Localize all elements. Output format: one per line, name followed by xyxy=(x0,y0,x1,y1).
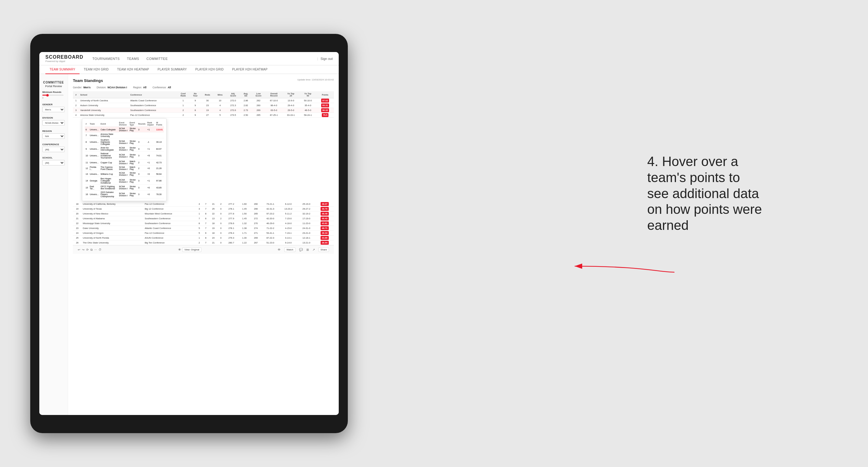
table-row-highlighted[interactable]: 3 Vanderbilt University Southeastern Con… xyxy=(73,108,334,113)
sidebar: Committee Portal Review Minimum Rounds 0 xyxy=(39,74,68,415)
sub-nav: TEAM SUMMARY TEAM H2H GRID TEAM H2H HEAT… xyxy=(39,65,339,74)
sub-nav-team-h2h-heatmap[interactable]: TEAM H2H HEATMAP xyxy=(113,65,153,73)
cell-low-score: 260 xyxy=(252,103,266,108)
sub-nav-team-h2h-grid[interactable]: TEAM H2H GRID xyxy=(80,65,113,73)
tooltip-col-num: # xyxy=(85,121,89,127)
cell-wins: 5 xyxy=(214,113,226,118)
col-avg-sg: Avg.SG xyxy=(240,91,252,98)
ellipsis-icon[interactable]: ··· xyxy=(94,248,97,251)
tooltip-row: 10 Univers... National Invitational Tour… xyxy=(85,152,164,160)
cell-points[interactable]: 97.02 xyxy=(316,98,334,103)
cell-wins: 10 xyxy=(214,98,226,103)
table-row[interactable]: 4 Arizona State University Pac-12 Confer… xyxy=(73,113,334,118)
cell-low-score: 265 xyxy=(252,113,266,118)
layout-icon[interactable]: ⊞ xyxy=(306,248,309,251)
nav-teams[interactable]: TEAMS xyxy=(127,56,139,62)
main-content: Committee Portal Review Minimum Rounds 0 xyxy=(39,74,339,415)
school-select[interactable]: (All) xyxy=(42,160,65,165)
sub-nav-player-summary[interactable]: PLAYER SUMMARY xyxy=(153,65,191,73)
table-row[interactable]: 18 University of California, Berkeley Pa… xyxy=(73,202,334,207)
undo-icon[interactable]: ↩ xyxy=(78,248,80,251)
tooltip-row: 7 Univers... Arizona State University xyxy=(85,132,164,138)
division-label: Division xyxy=(42,117,65,119)
annotation-text: 4. Hover over a team's points to see add… xyxy=(647,154,762,234)
min-rounds-section: Minimum Rounds 0 xyxy=(42,91,65,99)
tooltip-row: 12 Florida I... The Cypress Point Classi… xyxy=(85,165,164,171)
conference-section: Conference (All) xyxy=(42,143,65,152)
table-row[interactable]: 26 The Ohio State University Big Ten Con… xyxy=(73,241,334,245)
tooltip-row: 16 Univers... 2023 Sahalee Players Champ… xyxy=(85,191,164,198)
cell-conf-rank: 1 xyxy=(177,98,190,103)
cell-avg-sg: 2.86 xyxy=(240,98,252,103)
tooltip-overlay: # Team Event Event Division Event Type R… xyxy=(82,118,167,201)
cell-vs-top25: 33-19-1 xyxy=(282,113,300,118)
table-row[interactable]: 20 University of New Mexico Mountain Wes… xyxy=(73,211,334,216)
cell-conference: Pac-12 Conference xyxy=(129,113,177,118)
points-badge: 43.81 xyxy=(320,221,329,225)
sub-nav-player-h2h-heatmap[interactable]: PLAYER H2H HEATMAP xyxy=(228,65,272,73)
points-badge: 48.43 xyxy=(320,217,329,220)
table-row[interactable]: 22 Mississippi State University Southeas… xyxy=(73,221,334,226)
filter-gender: Gender: Men's xyxy=(73,86,90,89)
sub-nav-player-h2h-grid[interactable]: PLAYER H2H GRID xyxy=(191,65,228,73)
cell-school: Auburn University xyxy=(79,103,129,108)
cell-wins: 4 xyxy=(214,103,226,108)
division-select[interactable]: NCAA Division I xyxy=(42,120,65,126)
col-adj-score: Adj.Score xyxy=(226,91,240,98)
cell-points[interactable]: 90.32 xyxy=(316,108,334,113)
tooltip-row: 6 Univers... Cabo Collegiate NCAA Divisi… xyxy=(85,127,164,132)
bottom-toolbar: ↩ ↪ ⟳ ⧉ ··· ⏱ 👁 View: Original 👁 xyxy=(73,245,334,254)
view-original-button[interactable]: View: Original xyxy=(182,247,202,252)
col-school: School xyxy=(79,91,129,98)
filter-conference-value: All xyxy=(167,86,171,89)
gender-select[interactable]: Men's xyxy=(42,107,65,112)
cell-no-tour: 9 xyxy=(190,98,201,103)
table-row[interactable]: 25 University of North Florida ASUN Conf… xyxy=(73,236,334,241)
col-rnds: Rnds xyxy=(201,91,214,98)
table-row[interactable]: 19 University of Texas Big 12 Conference… xyxy=(73,207,334,211)
table-row[interactable]: 1 University of North Carolina Atlantic … xyxy=(73,98,334,103)
clock-icon[interactable]: ⏱ xyxy=(99,248,102,251)
cell-school: Arizona State University xyxy=(79,113,129,118)
nav-committee[interactable]: COMMITTEE xyxy=(146,56,168,62)
points-badge-highlighted: 90.32 xyxy=(321,108,329,112)
cell-rnds: 19 xyxy=(201,108,214,113)
col-rank: # xyxy=(73,91,79,98)
points-badge: 48.07 xyxy=(320,202,329,206)
cell-adj-score: 272.0 xyxy=(226,98,240,103)
redo-icon[interactable]: ↪ xyxy=(82,248,84,251)
nav-tournaments[interactable]: TOURNAMENTS xyxy=(93,56,120,62)
min-rounds-slider[interactable] xyxy=(42,95,63,96)
tooltip-col-rounds: Rounds xyxy=(137,121,146,127)
cell-overall: 67-10-0 xyxy=(265,98,282,103)
watch-button[interactable]: Watch xyxy=(284,247,295,252)
table-row[interactable]: 2 Auburn University Southeastern Confere… xyxy=(73,103,334,108)
table-row[interactable]: 24 University of Oregon Pac-12 Conferenc… xyxy=(73,231,334,236)
cell-points[interactable]: 93.31 xyxy=(316,103,334,108)
annotation-arrow xyxy=(545,248,711,309)
toolbar-left: ↩ ↪ ⟳ ⧉ ··· ⏱ xyxy=(78,248,102,252)
tooltip-col-rank-impact: Rank Impact xyxy=(146,121,155,127)
cell-school: Vanderbilt University xyxy=(79,108,129,113)
cell-conference: Atlantic Coast Conference xyxy=(129,98,177,103)
table-row[interactable]: 23 Duke University Atlantic Coast Confer… xyxy=(73,226,334,231)
points-badge: 48.71 xyxy=(320,226,329,230)
tooltip-row: 9 Univers... Amer An Intercollegiate NCA… xyxy=(85,146,164,152)
copy-icon[interactable]: ⧉ xyxy=(90,248,93,252)
cell-conf-rank: 1 xyxy=(177,103,190,108)
cell-points[interactable]: 79.5 xyxy=(316,113,334,118)
sign-out-link[interactable]: Sign out xyxy=(320,57,333,61)
comment-icon[interactable]: 💬 xyxy=(299,248,303,251)
cell-overall: 63-5-0 xyxy=(265,108,282,113)
conference-select[interactable]: (All) xyxy=(42,147,65,152)
share-button[interactable]: Share xyxy=(318,247,329,252)
region-select[interactable]: N/A xyxy=(42,133,65,139)
filter-region: Region: All xyxy=(133,86,146,89)
points-badge: 48.70 xyxy=(320,207,329,211)
committee-portal-subtitle: Portal Review xyxy=(42,85,65,91)
sub-nav-team-summary[interactable]: TEAM SUMMARY xyxy=(45,65,80,74)
tooltip-col-division: Event Division xyxy=(118,121,129,127)
filter-conference-label: Conference: xyxy=(152,86,166,89)
refresh-icon[interactable]: ⟳ xyxy=(86,248,89,251)
table-row[interactable]: 21 University of Alabama Southeastern Co… xyxy=(73,216,334,221)
